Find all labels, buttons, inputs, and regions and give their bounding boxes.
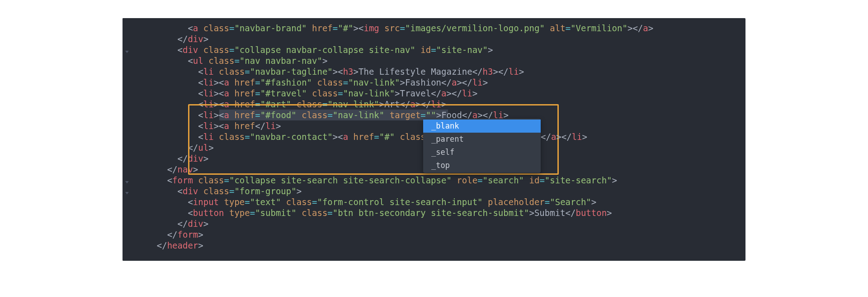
autocomplete-item[interactable]: _top <box>423 159 541 172</box>
code-line[interactable]: </div> <box>136 218 653 229</box>
code-line[interactable]: <li class="navbar-tagline"><h3>The Lifes… <box>136 66 653 77</box>
code-line[interactable]: </ul> <box>136 142 653 153</box>
code-line[interactable]: <ul class="nav navbar-nav"> <box>136 55 653 66</box>
autocomplete-item[interactable]: _blank <box>423 120 541 133</box>
code-line[interactable]: <form class="collapse site-search site-s… <box>136 175 653 186</box>
code-line[interactable]: <li><a href="#food" class="nav-link" tar… <box>136 110 653 120</box>
autocomplete-item[interactable]: _parent <box>423 133 541 146</box>
code-line[interactable]: </div> <box>136 34 653 44</box>
code-line[interactable]: </header> <box>136 240 653 251</box>
code-line[interactable]: <li><a href="#art" class="nav-link">Art<… <box>136 99 653 110</box>
code-fragment-after-popup: </a></li> <box>541 131 587 142</box>
code-line[interactable]: <div class="form-group"> <box>136 186 653 196</box>
fold-marker-icon[interactable]: ▼ <box>125 178 129 186</box>
code-line[interactable]: <li><a href="#travel" class="nav-link">T… <box>136 88 653 99</box>
code-line[interactable]: <a class="navbar-brand" href="#"><img sr… <box>136 23 653 34</box>
gutter: ▼▼▼ <box>123 18 136 261</box>
fold-marker-icon[interactable]: ▼ <box>125 48 129 56</box>
code-line[interactable]: <div class="collapse navbar-collapse sit… <box>136 44 653 55</box>
code-line[interactable]: <button type="submit" class="btn btn-sec… <box>136 207 653 218</box>
code-editor[interactable]: ▼▼▼ <a class="navbar-brand" href="#"><im… <box>123 18 745 261</box>
autocomplete-item[interactable]: _self <box>423 146 541 159</box>
code-line[interactable]: <li><a href</li> <box>136 120 653 131</box>
autocomplete-popup[interactable]: _blank_parent_self_top <box>423 119 541 173</box>
code-line[interactable]: <li><a href="#fashion" class="nav-link">… <box>136 77 653 88</box>
code-line[interactable]: </div> <box>136 153 653 164</box>
code-line[interactable]: </form> <box>136 229 653 240</box>
code-line[interactable]: </nav> <box>136 164 653 175</box>
fold-marker-icon[interactable]: ▼ <box>125 189 129 197</box>
code-line[interactable]: <input type="text" class="form-control s… <box>136 196 653 207</box>
